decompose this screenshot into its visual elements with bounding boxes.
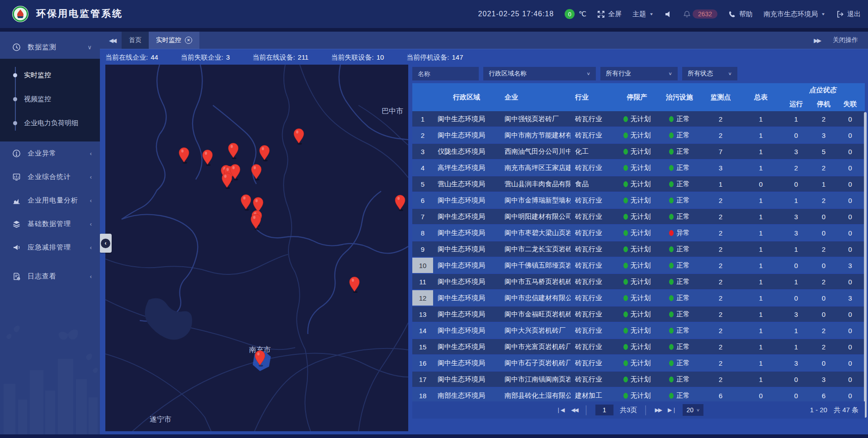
table-row[interactable]: 13阆中生态环境局阆中市金福旺页岩机砖砖瓦行业无计划正常21300 [412, 306, 865, 323]
tab-实时监控[interactable]: 实时监控✕ [149, 32, 199, 49]
stat-label: 当前在线设备: [252, 53, 295, 62]
table-row[interactable]: 1阆中生态环境局阆中强锐页岩砖厂砖瓦行业无计划正常21120 [412, 111, 865, 127]
industry-select[interactable]: 所有行业 ∨ [600, 67, 678, 80]
cell-meters: 1 [741, 160, 780, 176]
tabs-scroll-right-button[interactable]: ▶▶ [814, 37, 820, 44]
col-stopped: 停机 [812, 97, 835, 111]
status-dot-icon [623, 311, 628, 317]
cell-company: 阆中市南方节能建材有 [500, 127, 571, 144]
chevron-down-icon: ∨ [668, 71, 672, 76]
table-row[interactable]: 17阆中生态环境局阆中市江南镇阆南页岩砖瓦行业无计划正常21030 [412, 372, 865, 388]
table-row[interactable]: 14阆中生态环境局阆中大兴页岩机砖厂砖瓦行业无计划正常21120 [412, 323, 865, 339]
page-number-input[interactable] [595, 405, 613, 415]
status-select[interactable]: 所有状态 ∨ [682, 67, 737, 80]
cell-meters: 1 [741, 274, 780, 290]
cell-running: 2 [780, 160, 812, 176]
page-size-select[interactable]: 20 ∨ [683, 404, 703, 416]
prev-page-button[interactable]: ◀◀ [571, 407, 577, 413]
cell-company: 阆中市光富页岩机砖厂 [500, 339, 571, 355]
org-dropdown[interactable]: 南充市生态环境局 ▼ [764, 10, 826, 19]
table-row[interactable]: 12阆中生态环境局阆中市忠信建材有限公砖瓦行业无计划正常21003 [412, 290, 865, 306]
cell-meters: 1 [741, 111, 780, 127]
status-dot-icon [623, 360, 628, 366]
sidebar-item-企业用电量分析[interactable]: 企业用电量分析‹ [0, 188, 100, 212]
cell-facility: 正常 [659, 323, 700, 339]
page-title: 环保用电监管系统 [36, 7, 123, 20]
stat-当前失联设备: 当前失联设备:10 [331, 53, 384, 62]
col-industry: 行业 [571, 83, 615, 111]
table-row[interactable]: 7阆中生态环境局阆中明阳建材有限公司砖瓦行业无计划正常21300 [412, 209, 865, 225]
table-row[interactable]: 2阆中生态环境局阆中市南方节能建材有砖瓦行业无计划正常21030 [412, 127, 865, 144]
logout-button[interactable]: 退出 [836, 10, 861, 19]
cell-facility: 正常 [659, 160, 700, 176]
table-row[interactable]: 5营山生态环境局营山县润丰肉食品有限食品无计划正常10010 [412, 176, 865, 193]
table-row[interactable]: 15阆中生态环境局阆中市光富页岩机砖厂砖瓦行业无计划正常21120 [412, 339, 865, 355]
map-collapse-button[interactable]: ‹ [99, 234, 112, 253]
col-offline: 失联 [835, 97, 865, 111]
table-row[interactable]: 9阆中生态环境局阆中市二龙长宝页岩砖砖瓦行业无计划正常21120 [412, 241, 865, 258]
sidebar-item-数据监测[interactable]: 数据监测∨ [0, 35, 100, 59]
tab-首页[interactable]: 首页 [122, 32, 149, 49]
cell-facility: 正常 [659, 290, 700, 306]
cell-stopped: 2 [812, 323, 835, 339]
fullscreen-button[interactable]: 全屏 [597, 10, 622, 19]
sidebar-item-日志查看[interactable]: 日志查看‹ [0, 264, 100, 288]
cell-facility: 正常 [659, 258, 700, 274]
table-row[interactable]: 4高坪生态环境局南充市高坪区王家店建砖瓦行业无计划正常31220 [412, 160, 865, 176]
cell-production: 无计划 [615, 258, 659, 274]
layers-icon [12, 220, 21, 228]
cell-stopped: 0 [812, 209, 835, 225]
tab-close-icon[interactable]: ✕ [185, 37, 192, 44]
close-operations-button[interactable]: 关闭操作 [833, 36, 858, 44]
sound-mute-button[interactable] [665, 10, 672, 18]
cell-points: 7 [700, 144, 741, 160]
status-dot-icon [669, 116, 674, 122]
theme-dropdown[interactable]: 主题 ▼ [632, 10, 654, 19]
help-button[interactable]: 帮助 [728, 10, 753, 19]
cell-region: 阆中生态环境局 [433, 306, 500, 323]
sidebar-item-企业综合统计[interactable]: 企业综合统计‹ [0, 165, 100, 188]
cell-company: 阆中市金福旺页岩机砖 [500, 306, 571, 323]
sidebar-subitem-实时监控[interactable]: 实时监控 [0, 63, 100, 87]
cell-region: 阆中生态环境局 [433, 111, 500, 127]
table-row[interactable]: 10阆中生态环境局阆中千佛镇五郎垭页岩砖瓦行业无计划正常21003 [412, 258, 865, 274]
status-dot-icon [623, 377, 628, 382]
cell-offline: 3 [835, 290, 865, 306]
cell-facility: 正常 [659, 339, 700, 355]
cell-points: 2 [700, 111, 741, 127]
cell-points: 1 [700, 176, 741, 193]
sidebar-item-基础数据管理[interactable]: 基础数据管理‹ [0, 212, 100, 235]
cell-production: 无计划 [615, 127, 659, 144]
table-row[interactable]: 11阆中生态环境局阆中市五马桥页岩机砖砖瓦行业无计划正常21120 [412, 274, 865, 290]
stat-value: 147 [452, 53, 463, 62]
table-scrollbar[interactable] [864, 112, 867, 418]
name-search-input[interactable] [412, 67, 479, 80]
notifications-button[interactable]: 2632 [683, 9, 717, 19]
chevron-left-icon: ‹ [90, 197, 92, 204]
table-row[interactable]: 16阆中生态环境局阆中市石子页岩机砖厂砖瓦行业无计划正常21300 [412, 355, 865, 372]
tabs-scroll-left-button[interactable]: ◀◀ [109, 37, 115, 44]
sidebar-subitem-视频监控[interactable]: 视频监控 [0, 87, 100, 111]
total-pages-label: 共3页 [620, 406, 637, 414]
chevron-left-icon: ‹ [90, 273, 92, 280]
cell-offline: 0 [835, 144, 865, 160]
cell-company: 阆中市枣碧大梁山页岩 [500, 225, 571, 241]
cell-facility: 正常 [659, 209, 700, 225]
next-page-button[interactable]: ▶▶ [655, 407, 661, 413]
region-select[interactable]: 行政区域名称 ∨ [483, 67, 596, 80]
cell-production: 无计划 [615, 160, 659, 176]
status-dot-icon [669, 214, 674, 220]
table-row[interactable]: 6阆中生态环境局阆中市金博瑞新型墙材砖瓦行业无计划正常21120 [412, 193, 865, 209]
chevron-left-icon: ‹ [101, 239, 110, 248]
sidebar-subitem-企业电力负荷明细[interactable]: 企业电力负荷明细 [0, 111, 100, 135]
map-panel[interactable]: 巴中市南充市遂宁市 [105, 65, 408, 431]
sidebar-item-企业异常[interactable]: 企业异常‹ [0, 141, 100, 165]
table-row[interactable]: 3仪陇生态环境局西南油气田分公司川中化工无计划正常71350 [412, 144, 865, 160]
first-page-button[interactable]: ❘◀ [556, 407, 565, 413]
alert-icon [12, 149, 21, 158]
table-row[interactable]: 8阆中生态环境局阆中市枣碧大梁山页岩砖瓦行业无计划异常21300 [412, 225, 865, 241]
cell-facility: 正常 [659, 176, 700, 193]
stat-label: 当前停机设备: [406, 53, 449, 62]
last-page-button[interactable]: ▶❘ [668, 407, 676, 413]
sidebar-item-应急减排管理[interactable]: 应急减排管理‹ [0, 235, 100, 259]
